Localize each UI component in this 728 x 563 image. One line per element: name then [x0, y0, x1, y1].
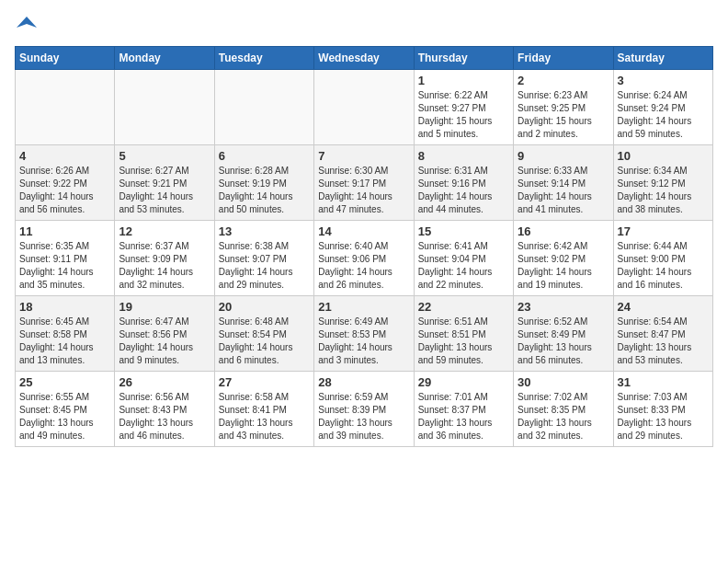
day-info: Sunrise: 6:48 AM Sunset: 8:54 PM Dayligh… [219, 316, 310, 367]
day-info: Sunrise: 6:35 AM Sunset: 9:11 PM Dayligh… [19, 240, 110, 292]
calendar-cell: 21Sunrise: 6:49 AM Sunset: 8:53 PM Dayli… [314, 296, 414, 372]
calendar-cell [214, 70, 313, 145]
calendar-cell [314, 70, 414, 145]
calendar-cell: 24Sunrise: 6:54 AM Sunset: 8:47 PM Dayli… [613, 296, 712, 372]
column-header-monday: Monday [115, 47, 214, 70]
day-info: Sunrise: 6:26 AM Sunset: 9:22 PM Dayligh… [19, 165, 110, 216]
day-info: Sunrise: 6:24 AM Sunset: 9:24 PM Dayligh… [618, 89, 709, 141]
day-info: Sunrise: 6:44 AM Sunset: 9:00 PM Dayligh… [618, 240, 709, 292]
day-number: 26 [119, 375, 210, 389]
day-info: Sunrise: 6:47 AM Sunset: 8:56 PM Dayligh… [119, 316, 210, 367]
day-info: Sunrise: 6:37 AM Sunset: 9:09 PM Dayligh… [119, 240, 210, 292]
day-info: Sunrise: 6:31 AM Sunset: 9:16 PM Dayligh… [418, 165, 509, 216]
column-header-thursday: Thursday [414, 47, 513, 70]
column-header-sunday: Sunday [16, 47, 115, 70]
svg-marker-0 [17, 17, 37, 28]
day-number: 9 [518, 149, 609, 163]
calendar-cell: 10Sunrise: 6:34 AM Sunset: 9:12 PM Dayli… [613, 145, 712, 221]
calendar-cell [16, 70, 115, 145]
day-info: Sunrise: 6:28 AM Sunset: 9:19 PM Dayligh… [219, 165, 310, 216]
column-header-saturday: Saturday [613, 47, 712, 70]
day-number: 24 [618, 300, 709, 314]
day-number: 20 [219, 300, 310, 314]
day-info: Sunrise: 6:56 AM Sunset: 8:43 PM Dayligh… [119, 391, 210, 442]
calendar-cell: 14Sunrise: 6:40 AM Sunset: 9:06 PM Dayli… [314, 221, 414, 296]
calendar-cell: 9Sunrise: 6:33 AM Sunset: 9:14 PM Daylig… [514, 145, 613, 221]
column-header-wednesday: Wednesday [314, 47, 414, 70]
day-number: 25 [19, 375, 110, 389]
calendar-cell: 16Sunrise: 6:42 AM Sunset: 9:02 PM Dayli… [514, 221, 613, 296]
calendar-cell: 6Sunrise: 6:28 AM Sunset: 9:19 PM Daylig… [214, 145, 313, 221]
day-number: 11 [19, 224, 110, 238]
day-info: Sunrise: 6:54 AM Sunset: 8:47 PM Dayligh… [618, 316, 709, 367]
day-info: Sunrise: 7:02 AM Sunset: 8:35 PM Dayligh… [518, 391, 609, 442]
calendar-table: SundayMondayTuesdayWednesdayThursdayFrid… [15, 46, 713, 447]
day-number: 19 [119, 300, 210, 314]
calendar-cell: 2Sunrise: 6:23 AM Sunset: 9:25 PM Daylig… [514, 70, 613, 145]
calendar-cell: 20Sunrise: 6:48 AM Sunset: 8:54 PM Dayli… [214, 296, 313, 372]
calendar-cell: 25Sunrise: 6:55 AM Sunset: 8:45 PM Dayli… [16, 372, 115, 447]
day-info: Sunrise: 6:42 AM Sunset: 9:02 PM Dayligh… [518, 240, 609, 292]
day-info: Sunrise: 7:03 AM Sunset: 8:33 PM Dayligh… [618, 391, 709, 442]
page-header [15, 15, 713, 35]
calendar-cell: 4Sunrise: 6:26 AM Sunset: 9:22 PM Daylig… [16, 145, 115, 221]
day-info: Sunrise: 6:49 AM Sunset: 8:53 PM Dayligh… [318, 316, 409, 367]
calendar-cell: 12Sunrise: 6:37 AM Sunset: 9:09 PM Dayli… [115, 221, 214, 296]
calendar-cell: 8Sunrise: 6:31 AM Sunset: 9:16 PM Daylig… [414, 145, 513, 221]
calendar-cell: 5Sunrise: 6:27 AM Sunset: 9:21 PM Daylig… [115, 145, 214, 221]
day-number: 14 [318, 224, 409, 238]
calendar-cell: 1Sunrise: 6:22 AM Sunset: 9:27 PM Daylig… [414, 70, 513, 145]
day-info: Sunrise: 6:55 AM Sunset: 8:45 PM Dayligh… [19, 391, 110, 442]
day-number: 28 [318, 375, 409, 389]
day-info: Sunrise: 7:01 AM Sunset: 8:37 PM Dayligh… [418, 391, 509, 442]
day-info: Sunrise: 6:38 AM Sunset: 9:07 PM Dayligh… [219, 240, 310, 292]
day-info: Sunrise: 6:27 AM Sunset: 9:21 PM Dayligh… [119, 165, 210, 216]
day-number: 21 [318, 300, 409, 314]
day-number: 18 [19, 300, 110, 314]
logo-bird-icon [17, 15, 37, 35]
day-number: 13 [219, 224, 310, 238]
calendar-cell: 17Sunrise: 6:44 AM Sunset: 9:00 PM Dayli… [613, 221, 712, 296]
day-number: 10 [618, 149, 709, 163]
calendar-cell: 19Sunrise: 6:47 AM Sunset: 8:56 PM Dayli… [115, 296, 214, 372]
calendar-cell: 11Sunrise: 6:35 AM Sunset: 9:11 PM Dayli… [16, 221, 115, 296]
day-info: Sunrise: 6:23 AM Sunset: 9:25 PM Dayligh… [518, 89, 609, 141]
day-info: Sunrise: 6:40 AM Sunset: 9:06 PM Dayligh… [318, 240, 409, 292]
calendar-cell: 28Sunrise: 6:59 AM Sunset: 8:39 PM Dayli… [314, 372, 414, 447]
calendar-cell: 18Sunrise: 6:45 AM Sunset: 8:58 PM Dayli… [16, 296, 115, 372]
day-number: 30 [518, 375, 609, 389]
calendar-cell: 13Sunrise: 6:38 AM Sunset: 9:07 PM Dayli… [214, 221, 313, 296]
logo [15, 15, 37, 35]
day-info: Sunrise: 6:59 AM Sunset: 8:39 PM Dayligh… [318, 391, 409, 442]
calendar-cell: 22Sunrise: 6:51 AM Sunset: 8:51 PM Dayli… [414, 296, 513, 372]
day-number: 17 [618, 224, 709, 238]
day-info: Sunrise: 6:30 AM Sunset: 9:17 PM Dayligh… [318, 165, 409, 216]
day-number: 27 [219, 375, 310, 389]
column-header-friday: Friday [514, 47, 613, 70]
day-info: Sunrise: 6:33 AM Sunset: 9:14 PM Dayligh… [518, 165, 609, 216]
calendar-cell [115, 70, 214, 145]
day-number: 15 [418, 224, 509, 238]
day-number: 4 [19, 149, 110, 163]
calendar-cell: 3Sunrise: 6:24 AM Sunset: 9:24 PM Daylig… [613, 70, 712, 145]
calendar-cell: 7Sunrise: 6:30 AM Sunset: 9:17 PM Daylig… [314, 145, 414, 221]
day-info: Sunrise: 6:52 AM Sunset: 8:49 PM Dayligh… [518, 316, 609, 367]
day-number: 29 [418, 375, 509, 389]
calendar-cell: 23Sunrise: 6:52 AM Sunset: 8:49 PM Dayli… [514, 296, 613, 372]
day-number: 2 [518, 74, 609, 87]
calendar-header: SundayMondayTuesdayWednesdayThursdayFrid… [16, 47, 713, 70]
calendar-cell: 15Sunrise: 6:41 AM Sunset: 9:04 PM Dayli… [414, 221, 513, 296]
calendar-cell: 31Sunrise: 7:03 AM Sunset: 8:33 PM Dayli… [613, 372, 712, 447]
calendar-cell: 30Sunrise: 7:02 AM Sunset: 8:35 PM Dayli… [514, 372, 613, 447]
day-number: 16 [518, 224, 609, 238]
day-number: 12 [119, 224, 210, 238]
day-number: 3 [618, 74, 709, 87]
day-number: 8 [418, 149, 509, 163]
calendar-cell: 26Sunrise: 6:56 AM Sunset: 8:43 PM Dayli… [115, 372, 214, 447]
day-info: Sunrise: 6:22 AM Sunset: 9:27 PM Dayligh… [418, 89, 509, 141]
day-info: Sunrise: 6:58 AM Sunset: 8:41 PM Dayligh… [219, 391, 310, 442]
day-number: 22 [418, 300, 509, 314]
day-number: 1 [418, 74, 509, 87]
day-number: 7 [318, 149, 409, 163]
day-info: Sunrise: 6:34 AM Sunset: 9:12 PM Dayligh… [618, 165, 709, 216]
